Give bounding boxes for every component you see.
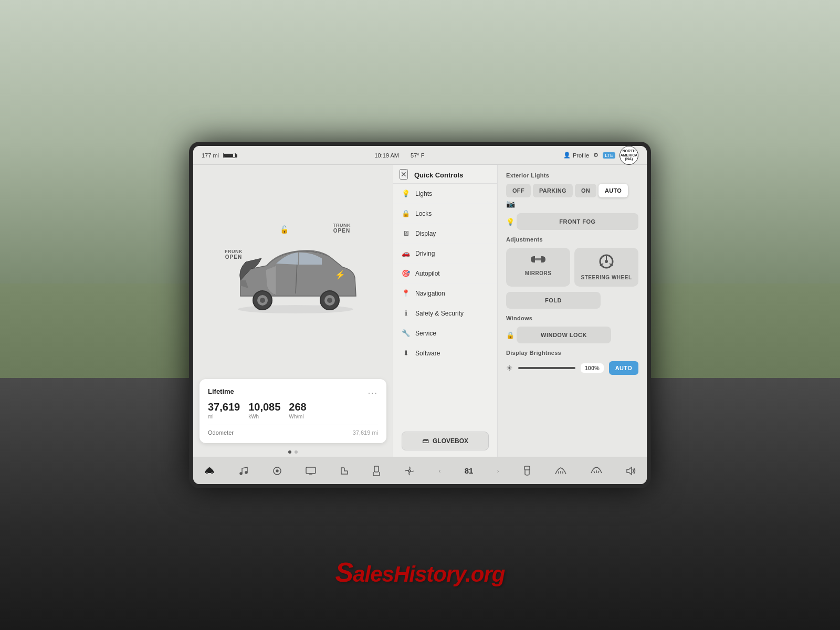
watermark: SalesHistory.org bbox=[335, 556, 505, 588]
pagination-dots bbox=[193, 447, 393, 457]
safety-icon: ℹ bbox=[402, 309, 410, 317]
menu-item-autopilot[interactable]: 🎯 Autopilot bbox=[393, 264, 497, 284]
svg-point-16 bbox=[211, 472, 213, 474]
svg-point-6 bbox=[327, 298, 332, 303]
brightness-icon: ☀ bbox=[506, 364, 513, 372]
quick-controls-panel: ✕ Quick Controls 💡 Lights 🔒 Locks 🖥 Disp… bbox=[393, 165, 498, 457]
navigation-icon: 📍 bbox=[402, 289, 410, 297]
window-lock-button[interactable]: WINDOW LOCK bbox=[517, 327, 611, 343]
svg-point-18 bbox=[245, 471, 247, 474]
lights-auto-button[interactable]: AUTO bbox=[598, 184, 628, 197]
range-display: 177 mi bbox=[202, 152, 219, 159]
menu-item-display[interactable]: 🖥 Display bbox=[393, 224, 497, 244]
lights-on-button[interactable]: ON bbox=[575, 184, 596, 197]
temp-display: 57° F bbox=[411, 152, 424, 159]
status-bar: 177 mi 10:19 AM 57° F 👤 Profile ⚙ LTE NO… bbox=[193, 146, 647, 165]
glovebox-icon: 🗃 bbox=[422, 437, 428, 445]
windows-title: Windows bbox=[506, 315, 638, 321]
brightness-title: Display Brightness bbox=[506, 350, 638, 356]
nav-headrest[interactable] bbox=[523, 466, 531, 476]
bottom-nav: ‹ 81 › bbox=[193, 457, 647, 484]
autopilot-icon: 🎯 bbox=[402, 269, 410, 277]
gear-icon[interactable]: ⚙ bbox=[593, 152, 598, 159]
status-center: 10:19 AM 57° F bbox=[374, 152, 424, 159]
trunk-label: TRUNK OPEN bbox=[333, 223, 351, 234]
north-america-badge: NORTH AMERICA (NA) bbox=[620, 146, 638, 165]
window-lock-icon: 🔒 bbox=[506, 331, 514, 339]
status-right: 👤 Profile ⚙ LTE NORTH AMERICA (NA) bbox=[563, 146, 638, 165]
nav-temp-right[interactable]: › bbox=[497, 468, 499, 474]
lights-extra-icon: 📷 bbox=[506, 200, 515, 208]
nav-screen[interactable] bbox=[306, 467, 316, 475]
close-button[interactable]: ✕ bbox=[400, 169, 408, 180]
right-panel: Exterior Lights OFF PARKING ON AUTO 📷 💡 … bbox=[498, 165, 647, 457]
frunk-label: FRUNK OPEN bbox=[225, 249, 243, 260]
main-content: TRUNK OPEN FRUNK OPEN 🔓 ⚡ bbox=[193, 165, 647, 457]
nav-seat[interactable] bbox=[372, 466, 381, 476]
charge-icon: ⚡ bbox=[335, 270, 345, 280]
service-icon: 🔧 bbox=[402, 329, 410, 337]
fog-icon: 💡 bbox=[506, 218, 514, 226]
menu-item-safety[interactable]: ℹ Safety & Security bbox=[393, 303, 497, 323]
menu-item-navigation[interactable]: 📍 Navigation bbox=[393, 284, 497, 303]
lte-badge: LTE bbox=[603, 152, 615, 159]
driving-icon: 🚗 bbox=[402, 249, 410, 257]
stats-card: Lifetime ... 37,619 mi 10,085 kWh 268 Wh… bbox=[200, 379, 386, 443]
time-display: 10:19 AM bbox=[374, 152, 398, 159]
stats-menu-button[interactable]: ... bbox=[368, 386, 378, 396]
profile-button[interactable]: 👤 Profile bbox=[563, 152, 589, 159]
nav-volume[interactable] bbox=[626, 466, 636, 476]
menu-item-service[interactable]: 🔧 Service bbox=[393, 323, 497, 343]
nav-media[interactable] bbox=[272, 466, 282, 476]
nav-defrost-rear[interactable] bbox=[591, 466, 602, 476]
lock-status-icon: 🔓 bbox=[280, 225, 289, 234]
brightness-auto-button[interactable]: AUTO bbox=[609, 361, 638, 375]
person-icon: 👤 bbox=[563, 152, 571, 159]
nav-car[interactable] bbox=[204, 467, 215, 475]
stat-miles: 37,619 mi bbox=[208, 401, 240, 419]
svg-point-15 bbox=[206, 472, 208, 474]
front-fog-button[interactable]: FRONT FOG bbox=[517, 213, 638, 230]
nav-climate-fan[interactable] bbox=[404, 466, 415, 476]
software-icon: ⬇ bbox=[402, 349, 410, 357]
mirrors-card[interactable]: MIRRORS bbox=[506, 248, 570, 287]
nav-apps[interactable] bbox=[340, 467, 349, 475]
fog-button-group: 💡 FRONT FOG bbox=[506, 213, 638, 230]
menu-item-locks[interactable]: 🔒 Locks bbox=[393, 204, 497, 224]
dot-2 bbox=[295, 450, 298, 454]
display-icon: 🖥 bbox=[402, 229, 410, 237]
adjustments-grid: MIRRORS STEERING WHEEL bbox=[506, 248, 638, 287]
brightness-row: ☀ 100% AUTO bbox=[506, 361, 638, 375]
svg-marker-32 bbox=[627, 467, 632, 475]
menu-item-software[interactable]: ⬇ Software bbox=[393, 343, 497, 363]
glovebox-button[interactable]: 🗃 GLOVEBOX bbox=[402, 432, 489, 450]
lights-off-button[interactable]: OFF bbox=[506, 184, 531, 197]
svg-line-31 bbox=[598, 471, 599, 473]
tesla-touchscreen: 177 mi 10:19 AM 57° F 👤 Profile ⚙ LTE NO… bbox=[189, 142, 651, 488]
exterior-lights-title: Exterior Lights bbox=[506, 172, 638, 178]
nav-music[interactable] bbox=[239, 466, 248, 476]
svg-point-24 bbox=[408, 470, 411, 472]
fold-button[interactable]: FOLD bbox=[506, 292, 601, 309]
nav-defrost-front[interactable] bbox=[555, 466, 566, 476]
steering-wheel-card[interactable]: STEERING WHEEL bbox=[574, 248, 638, 287]
adjustments-title: Adjustments bbox=[506, 236, 638, 243]
battery-indicator bbox=[223, 153, 236, 158]
dot-1 bbox=[288, 450, 291, 454]
locks-icon: 🔒 bbox=[402, 209, 410, 217]
svg-rect-25 bbox=[524, 466, 530, 470]
brightness-bar[interactable] bbox=[518, 367, 575, 369]
svg-point-11 bbox=[605, 260, 608, 263]
nav-temp-left[interactable]: ‹ bbox=[439, 468, 441, 474]
car-area: TRUNK OPEN FRUNK OPEN 🔓 ⚡ bbox=[193, 165, 393, 375]
menu-item-driving[interactable]: 🚗 Driving bbox=[393, 244, 497, 264]
lights-button-group: OFF PARKING ON AUTO 📷 bbox=[506, 184, 638, 208]
stats-title: Lifetime bbox=[208, 387, 234, 395]
lights-parking-button[interactable]: PARKING bbox=[533, 184, 573, 197]
steering-wheel-icon bbox=[599, 254, 614, 271]
menu-item-lights[interactable]: 💡 Lights bbox=[393, 184, 497, 204]
mirrors-icon bbox=[530, 254, 547, 267]
svg-rect-9 bbox=[535, 258, 541, 260]
status-left: 177 mi bbox=[202, 152, 236, 159]
temperature-display: 81 bbox=[465, 466, 474, 475]
